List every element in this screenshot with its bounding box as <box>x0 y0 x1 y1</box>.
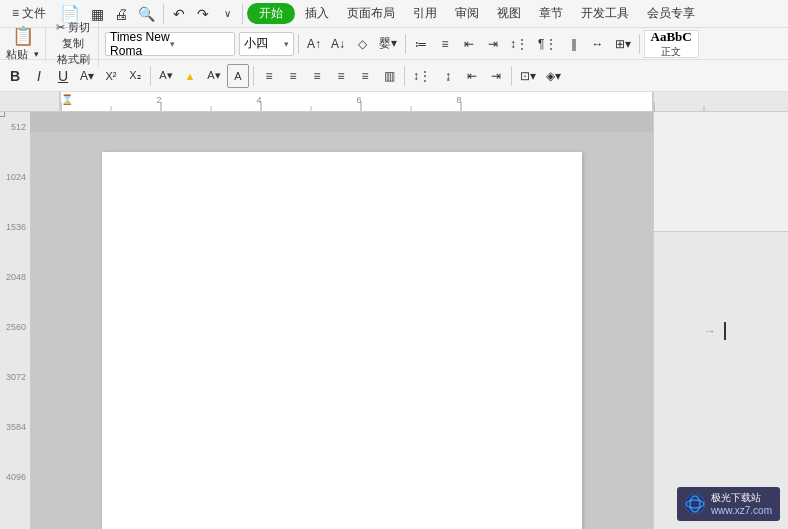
toolbar-row1: 📋 粘贴 ▾ ✂ 剪切 复制 格式刷 Times New Roma ▾ 小四 ▾… <box>0 28 788 60</box>
ruler-num-3072: 3072 <box>6 372 26 382</box>
indent-increase-button[interactable]: ⇥ <box>482 32 504 56</box>
corner-mark <box>0 112 5 117</box>
font-name-selector[interactable]: Times New Roma ▾ <box>105 32 235 56</box>
style-preview-box[interactable]: AaBbC 正文 <box>644 30 699 58</box>
paste-group: 📋 粘贴 ▾ <box>4 26 46 62</box>
ruler-hourglass: ⌛ <box>61 94 73 105</box>
toolbar-icon-find[interactable]: 🔍 <box>134 2 159 26</box>
paste-dropdown[interactable]: ▾ <box>32 47 41 62</box>
font-size-display: 小四 <box>244 35 284 52</box>
right-side-panel: → <box>653 112 788 529</box>
font-color-button[interactable]: A▾ <box>76 64 98 88</box>
watermark-brand: 极光下载站 <box>711 491 772 504</box>
distributed-button[interactable]: ≡ <box>354 64 376 88</box>
superscript-button[interactable]: X² <box>100 64 122 88</box>
special-format-button[interactable]: 婴▾ <box>375 32 401 56</box>
edit-group: ✂ 剪切 复制 格式刷 <box>52 21 99 67</box>
font-size-dropdown-arrow[interactable]: ▾ <box>284 39 289 49</box>
sep-style <box>639 34 640 54</box>
menu-reference[interactable]: 引用 <box>405 3 445 24</box>
border-char-button[interactable]: A <box>227 64 249 88</box>
font-shrink-button[interactable]: A↓ <box>327 32 349 56</box>
font-size-selector[interactable]: 小四 ▾ <box>239 32 294 56</box>
list-ordered-button[interactable]: ≡ <box>434 32 456 56</box>
menu-start[interactable]: 开始 <box>247 3 295 24</box>
para-spacing-button[interactable]: ↨ <box>437 64 459 88</box>
column-button[interactable]: ▥ <box>378 64 400 88</box>
cursor-area: → <box>704 322 726 340</box>
undo-dropdown[interactable]: ∨ <box>216 2 238 26</box>
show-marks-button[interactable]: ¶⋮ <box>534 32 560 56</box>
menu-file[interactable]: ≡ 文件 <box>4 3 54 24</box>
border-button[interactable]: ⊞▾ <box>611 32 635 56</box>
font-name-dropdown-arrow[interactable]: ▾ <box>170 39 230 49</box>
indent-decrease-button[interactable]: ⇤ <box>458 32 480 56</box>
indent-right-row2-button[interactable]: ⇥ <box>485 64 507 88</box>
ruler-bar: 2 4 6 8 ⌛ <box>0 92 788 112</box>
svg-text:4: 4 <box>256 95 261 105</box>
document-page-container[interactable] <box>30 112 653 529</box>
cut-button[interactable]: ✂ 剪切 <box>52 21 94 35</box>
watermark-logo <box>685 494 705 514</box>
underline-button[interactable]: U <box>52 64 74 88</box>
watermark-text: 极光下载站 www.xz7.com <box>711 491 772 517</box>
ruler-num-1536: 1536 <box>6 222 26 232</box>
page-top-margin <box>30 112 653 132</box>
fill-color-button[interactable]: ◈▾ <box>542 64 565 88</box>
menu-bar: ≡ 文件 📄 ▦ 🖨 🔍 ↶ ↷ ∨ 开始 插入 页面布局 引用 审阅 视图 章… <box>0 0 788 28</box>
text-direction-button[interactable]: ↔ <box>587 32 609 56</box>
sort-button[interactable]: ↕⋮ <box>506 32 532 56</box>
ruler-num-2560: 2560 <box>6 322 26 332</box>
list-unordered-button[interactable]: ≔ <box>410 32 432 56</box>
shading-button[interactable]: A▾ <box>155 64 177 88</box>
align-left-button[interactable]: ≡ <box>258 64 280 88</box>
sep2 <box>242 4 243 24</box>
subscript-button[interactable]: X₂ <box>124 64 146 88</box>
ruler-left-side <box>0 92 30 111</box>
left-vertical-ruler: 512 1024 1536 2048 2560 3072 3584 4096 <box>0 112 30 529</box>
ruler-num-1024: 1024 <box>6 172 26 182</box>
menu-review[interactable]: 审阅 <box>447 3 487 24</box>
line-spacing-row2-button[interactable]: ↕⋮ <box>409 64 435 88</box>
indent-left-row2-button[interactable]: ⇤ <box>461 64 483 88</box>
font-grow-button[interactable]: A↑ <box>303 32 325 56</box>
para-border-button[interactable]: ⊡▾ <box>516 64 540 88</box>
document-page[interactable] <box>102 152 582 529</box>
menu-chapter[interactable]: 章节 <box>531 3 571 24</box>
ruler-num-4096: 4096 <box>6 472 26 482</box>
ruler-num-2048: 2048 <box>6 272 26 282</box>
menu-insert[interactable]: 插入 <box>297 3 337 24</box>
menu-view[interactable]: 视图 <box>489 3 529 24</box>
paste-label[interactable]: 粘贴 <box>4 47 30 62</box>
ruler-right-svg <box>654 92 788 112</box>
bold-button[interactable]: B <box>4 64 26 88</box>
align-center-button[interactable]: ≡ <box>282 64 304 88</box>
sep-font <box>298 34 299 54</box>
highlight-button[interactable]: ▲ <box>179 64 201 88</box>
menu-devtools[interactable]: 开发工具 <box>573 3 637 24</box>
style-panel-right <box>654 112 788 232</box>
menu-vip[interactable]: 会员专享 <box>639 3 703 24</box>
text-cursor <box>724 322 726 340</box>
sep-align <box>253 66 254 86</box>
toolbar-icon-print[interactable]: 🖨 <box>110 2 132 26</box>
svg-text:8: 8 <box>456 95 461 105</box>
clear-format-button[interactable]: ◇ <box>351 32 373 56</box>
undo-button[interactable]: ↶ <box>168 2 190 26</box>
menu-layout[interactable]: 页面布局 <box>339 3 403 24</box>
ruler-right-panel <box>653 92 788 111</box>
sep1 <box>163 4 164 24</box>
main-content: 512 1024 1536 2048 2560 3072 3584 4096 → <box>0 112 788 529</box>
redo-button[interactable]: ↷ <box>192 2 214 26</box>
format-brush-button[interactable]: 格式刷 <box>53 53 94 67</box>
style-preview-text: AaBbC <box>651 29 692 45</box>
watermark-site: www.xz7.com <box>711 504 772 517</box>
char-shading-button[interactable]: A▾ <box>203 64 225 88</box>
paste-button[interactable]: 📋 <box>8 26 38 46</box>
line-spacing-btn[interactable]: ‖ <box>563 32 585 56</box>
justify-button[interactable]: ≡ <box>330 64 352 88</box>
align-right-button[interactable]: ≡ <box>306 64 328 88</box>
sep-border2 <box>511 66 512 86</box>
italic-button[interactable]: I <box>28 64 50 88</box>
copy-button[interactable]: 复制 <box>58 37 88 51</box>
